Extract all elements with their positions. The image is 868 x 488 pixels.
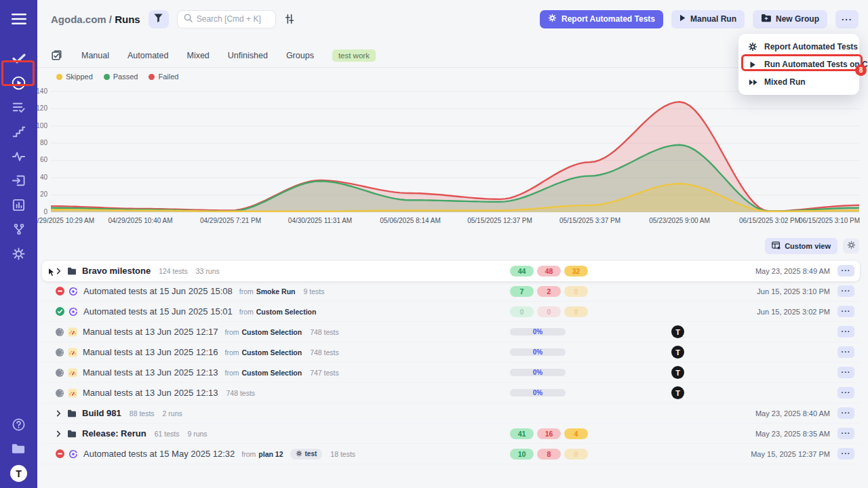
run-title[interactable]: Automated tests at 15 May 2025 12:32: [83, 449, 235, 459]
report-automated-tests-button[interactable]: Report Automated Tests: [540, 10, 663, 28]
run-row[interactable]: Manual tests at 13 Jun 2025 12:16fromCus…: [42, 342, 860, 363]
tab-mixed[interactable]: Mixed: [186, 51, 209, 60]
search-input[interactable]: [197, 14, 269, 24]
group-row[interactable]: Release: Rerun61 tests9 runs41164May 23,…: [42, 424, 860, 444]
group-title[interactable]: Build 981: [82, 408, 121, 418]
sidebar-item-runs[interactable]: [0, 70, 37, 95]
group-title[interactable]: Bravo milestone: [82, 266, 151, 276]
tab-groups[interactable]: Groups: [286, 51, 314, 60]
sidebar-item-tests[interactable]: [0, 46, 37, 70]
x-axis-label: 06/15/2025 3:02 PM: [739, 217, 800, 224]
row-more-button[interactable]: ···: [837, 285, 854, 297]
run-source[interactable]: Custom Selection: [241, 348, 302, 357]
run-row[interactable]: Automated tests at 15 Jun 2025 15:08from…: [42, 281, 860, 302]
sidebar-item-branches[interactable]: [0, 217, 37, 241]
run-row[interactable]: Manual tests at 13 Jun 2025 12:13748 tes…: [42, 383, 860, 403]
tag-badge[interactable]: test: [290, 449, 323, 460]
run-title[interactable]: Manual tests at 13 Jun 2025 12:16: [83, 347, 218, 357]
run-title[interactable]: Manual tests at 13 Jun 2025 12:13: [83, 367, 218, 378]
x-axis-label: /29/2025 10:29 AM: [37, 217, 94, 224]
chevron-right-icon[interactable]: [56, 410, 62, 417]
adjustments-icon[interactable]: [284, 14, 295, 24]
skipped-count-pill: 32: [564, 266, 588, 277]
row-more-button[interactable]: ···: [837, 387, 854, 399]
legend-item-passed[interactable]: Passed: [104, 73, 138, 81]
run-row[interactable]: Automated tests at 15 Jun 2025 15:01from…: [42, 302, 860, 322]
run-row[interactable]: Manual tests at 13 Jun 2025 12:13fromCus…: [42, 363, 860, 383]
passed-series-area: [51, 145, 859, 212]
progress-value: 0%: [510, 348, 566, 356]
tab-automated[interactable]: Automated: [127, 51, 168, 60]
search-box[interactable]: [177, 10, 276, 28]
checklist-icon[interactable]: [51, 50, 62, 61]
tests-count: 61 tests: [155, 430, 180, 438]
sidebar-item-settings[interactable]: [0, 241, 37, 266]
legend-item-skipped[interactable]: Skipped: [56, 73, 93, 81]
x-axis-label: 04/29/2025 7:21 PM: [200, 217, 261, 224]
run-title[interactable]: Manual tests at 13 Jun 2025 12:13: [83, 388, 218, 398]
sidebar-item-reports[interactable]: [0, 192, 37, 217]
app-logo-avatar[interactable]: T: [10, 465, 27, 482]
run-title[interactable]: Manual tests at 13 Jun 2025 12:17: [83, 327, 218, 337]
filter-button[interactable]: [149, 10, 169, 28]
from-label: from: [239, 287, 254, 296]
sidebar-item-pulse[interactable]: [0, 144, 37, 168]
new-group-button[interactable]: New Group: [753, 10, 827, 28]
run-source[interactable]: Custom Selection: [241, 328, 302, 336]
row-more-button[interactable]: ···: [837, 306, 854, 317]
chevron-right-icon[interactable]: [56, 430, 62, 437]
menu-item-report[interactable]: Report Automated Tests: [738, 38, 859, 56]
row-more-button[interactable]: ···: [837, 428, 854, 439]
gear-spark-icon: [748, 42, 757, 52]
run-row[interactable]: Automated tests at 15 May 2025 12:32from…: [42, 444, 860, 464]
legend-item-failed[interactable]: Failed: [149, 73, 178, 81]
run-title[interactable]: Automated tests at 15 Jun 2025 15:01: [83, 306, 233, 317]
projects-folder-icon[interactable]: [0, 436, 37, 461]
progress-bar: 0%: [510, 348, 566, 356]
manual-run-icon: [68, 388, 77, 398]
run-source[interactable]: Smoke Run: [256, 287, 296, 296]
manual-run-button[interactable]: Manual Run: [671, 10, 745, 28]
play-icon: [748, 61, 757, 68]
menu-item-mixed[interactable]: Mixed Run: [738, 73, 859, 91]
group-row[interactable]: Build 98188 tests2 runsMay 23, 2025 8:40…: [42, 403, 860, 424]
run-source[interactable]: Custom Selection: [241, 369, 302, 377]
group-title[interactable]: Release: Rerun: [82, 428, 146, 439]
row-more-button[interactable]: ···: [837, 265, 854, 277]
row-more-button[interactable]: ···: [837, 367, 854, 378]
row-more-button[interactable]: ···: [837, 448, 854, 460]
result-badges: 000: [510, 306, 588, 317]
passed-count-pill: 10: [510, 449, 534, 460]
chevron-right-icon[interactable]: [56, 268, 62, 274]
help-icon[interactable]: [0, 412, 37, 436]
menu-item-run-ci[interactable]: Run Automated Tests on CI: [738, 56, 859, 73]
hamburger-menu-icon[interactable]: [0, 9, 37, 28]
custom-view-button[interactable]: Custom view: [765, 238, 837, 254]
filter-tag-badge[interactable]: test work: [332, 49, 376, 62]
breadcrumb-project[interactable]: Agoda.com: [51, 14, 106, 25]
run-title[interactable]: Automated tests at 15 Jun 2025 15:08: [83, 286, 233, 296]
fast-forward-icon: [748, 79, 757, 86]
row-more-button[interactable]: ···: [837, 407, 854, 419]
more-actions-button[interactable]: ···: [835, 10, 859, 28]
failed-count-pill: 16: [537, 428, 561, 439]
sidebar-item-milestones[interactable]: [0, 119, 37, 144]
assignee-avatar: T: [671, 346, 684, 359]
result-badges: 720: [510, 286, 588, 297]
sidebar-item-plans[interactable]: [0, 95, 37, 119]
tests-count: 18 tests: [330, 450, 355, 458]
tab-manual[interactable]: Manual: [81, 51, 109, 60]
runs-trend-chart: 020406080100120140: [37, 83, 868, 216]
row-more-button[interactable]: ···: [837, 326, 854, 338]
row-more-button[interactable]: ···: [837, 346, 854, 358]
sidebar-item-import[interactable]: [0, 168, 37, 192]
status-progress-icon: [56, 328, 64, 336]
passed-count-pill: 0: [510, 306, 534, 317]
run-source[interactable]: Custom Selection: [256, 308, 317, 316]
run-source[interactable]: plan 12: [258, 450, 283, 458]
tests-count: 124 tests: [159, 267, 188, 275]
run-row[interactable]: Manual tests at 13 Jun 2025 12:17fromCus…: [42, 322, 860, 342]
table-settings-button[interactable]: [843, 239, 859, 253]
tab-unfinished[interactable]: Unfinished: [228, 51, 268, 60]
group-row[interactable]: Bravo milestone124 tests33 runs444832May…: [42, 261, 860, 281]
